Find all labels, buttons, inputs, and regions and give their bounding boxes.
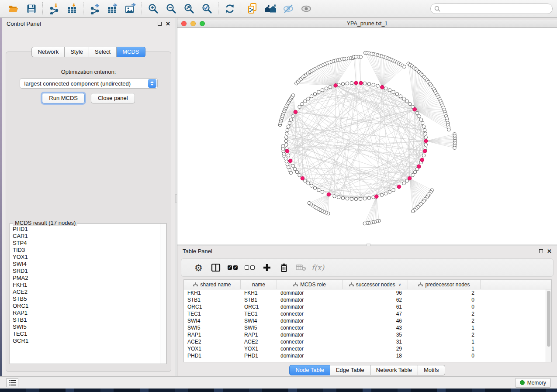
- network-node[interactable]: [350, 197, 353, 201]
- network-view-titlebar[interactable]: YPA_prune.txt_1: [177, 20, 557, 28]
- tab-node-table[interactable]: Node Table: [289, 365, 330, 375]
- zoom-out-icon[interactable]: [162, 1, 180, 16]
- satellite-node[interactable]: [281, 144, 285, 148]
- float-panel-icon[interactable]: [539, 249, 543, 253]
- network-node[interactable]: [346, 82, 349, 85]
- table-cell[interactable]: ORC1: [184, 303, 241, 310]
- table-cell[interactable]: 2: [408, 289, 481, 296]
- table-row[interactable]: ORC1ORC1dominator610: [184, 303, 546, 310]
- duplicate-network-icon[interactable]: [243, 1, 261, 16]
- network-node[interactable]: [293, 167, 297, 171]
- mcds-result-item[interactable]: RAP1: [13, 309, 160, 316]
- close-panel-icon[interactable]: ✕: [166, 21, 170, 27]
- network-node[interactable]: [285, 136, 288, 139]
- mcds-result-item[interactable]: TID3: [13, 247, 160, 254]
- mcds-result-item[interactable]: STB1: [13, 316, 160, 323]
- table-cell[interactable]: 43: [343, 324, 408, 331]
- network-node[interactable]: [384, 192, 387, 196]
- float-panel-icon[interactable]: [158, 22, 162, 26]
- deselect-all-icon[interactable]: [241, 260, 258, 275]
- network-node[interactable]: [313, 186, 317, 190]
- network-node[interactable]: [310, 95, 313, 98]
- network-node[interactable]: [329, 86, 332, 89]
- table-cell[interactable]: PHD1: [184, 352, 241, 359]
- table-cell[interactable]: 62: [343, 296, 408, 303]
- satellite-node[interactable]: [363, 222, 367, 225]
- table-cell[interactable]: 2: [408, 331, 481, 338]
- zoom-in-icon[interactable]: [144, 1, 162, 16]
- network-canvas[interactable]: [177, 28, 557, 244]
- table-cell[interactable]: [481, 317, 546, 324]
- close-panel-button[interactable]: Close panel: [91, 93, 135, 103]
- mcds-dominator-node[interactable]: [397, 185, 401, 189]
- open-file-icon[interactable]: [4, 1, 22, 16]
- satellite-node[interactable]: [291, 94, 295, 97]
- network-node[interactable]: [284, 139, 288, 143]
- network-node[interactable]: [415, 111, 419, 115]
- optimization-criterion-select[interactable]: largest connected component (undirected): [20, 78, 158, 89]
- table-row[interactable]: SWI5SWI5connector431: [184, 324, 546, 331]
- add-column-icon[interactable]: [258, 260, 275, 275]
- network-node[interactable]: [285, 143, 288, 147]
- network-node[interactable]: [411, 173, 415, 177]
- network-node[interactable]: [341, 196, 345, 200]
- network-node[interactable]: [354, 197, 358, 201]
- network-node[interactable]: [363, 82, 367, 85]
- table-cell[interactable]: FKH1: [241, 289, 277, 296]
- table-cell[interactable]: 1: [408, 338, 481, 345]
- table-cell[interactable]: 46: [343, 317, 408, 324]
- table-row[interactable]: SWI4SWI4dominator462: [184, 317, 546, 324]
- table-cell[interactable]: [481, 289, 546, 296]
- refresh-view-icon[interactable]: [221, 1, 239, 16]
- table-cell[interactable]: 1: [408, 345, 481, 352]
- table-cell[interactable]: 31: [343, 338, 408, 345]
- table-row[interactable]: RAP1RAP1dominator352: [184, 331, 546, 338]
- mcds-dominator-node[interactable]: [423, 149, 427, 153]
- satellite-node[interactable]: [284, 157, 287, 160]
- table-cell[interactable]: TEC1: [184, 310, 241, 317]
- scrollbar-thumb[interactable]: [547, 291, 550, 347]
- network-node[interactable]: [408, 102, 412, 106]
- gear-icon[interactable]: ⚙: [190, 260, 207, 275]
- mcds-result-item[interactable]: CAR1: [13, 233, 160, 240]
- network-node[interactable]: [304, 100, 307, 103]
- tab-motifs[interactable]: Motifs: [418, 365, 445, 375]
- search-input[interactable]: [443, 6, 549, 12]
- mcds-dominator-node[interactable]: [285, 149, 289, 153]
- network-node[interactable]: [367, 83, 371, 86]
- network-node[interactable]: [384, 87, 387, 90]
- network-node[interactable]: [350, 81, 353, 85]
- table-cell[interactable]: dominator: [277, 289, 343, 296]
- network-node[interactable]: [395, 93, 399, 96]
- export-network-icon[interactable]: [86, 1, 104, 16]
- network-node[interactable]: [291, 164, 294, 168]
- network-node[interactable]: [313, 93, 317, 96]
- table-cell[interactable]: connector: [277, 338, 343, 345]
- network-node[interactable]: [413, 170, 417, 174]
- network-node[interactable]: [380, 193, 384, 197]
- table-cell[interactable]: 0: [408, 303, 481, 310]
- network-node[interactable]: [423, 128, 426, 132]
- column-header-predecessor-nodes[interactable]: predecessor nodes: [408, 280, 481, 289]
- mcds-dominator-node[interactable]: [408, 176, 412, 180]
- first-neighbors-icon[interactable]: [261, 1, 279, 16]
- column-header-name[interactable]: name: [241, 280, 277, 289]
- mcds-dominator-node[interactable]: [359, 81, 363, 85]
- network-node[interactable]: [424, 132, 427, 136]
- table-cell[interactable]: 61: [343, 303, 408, 310]
- network-node[interactable]: [317, 90, 320, 94]
- network-node[interactable]: [388, 190, 391, 194]
- mcds-dominator-node[interactable]: [334, 84, 338, 88]
- mcds-result-item[interactable]: GCR1: [13, 337, 160, 344]
- network-node[interactable]: [321, 190, 324, 194]
- network-node[interactable]: [289, 118, 293, 121]
- network-node[interactable]: [424, 136, 428, 139]
- table-cell[interactable]: dominator: [277, 303, 343, 310]
- mcds-result-item[interactable]: SRD1: [13, 268, 160, 275]
- run-mcds-button[interactable]: Run MCDS: [42, 93, 85, 103]
- table-cell[interactable]: connector: [277, 345, 343, 352]
- table-row[interactable]: ACE2ACE2connector311: [184, 338, 546, 345]
- task-history-button[interactable]: [6, 378, 18, 387]
- table-cell[interactable]: RAP1: [241, 331, 277, 338]
- network-node[interactable]: [291, 115, 294, 118]
